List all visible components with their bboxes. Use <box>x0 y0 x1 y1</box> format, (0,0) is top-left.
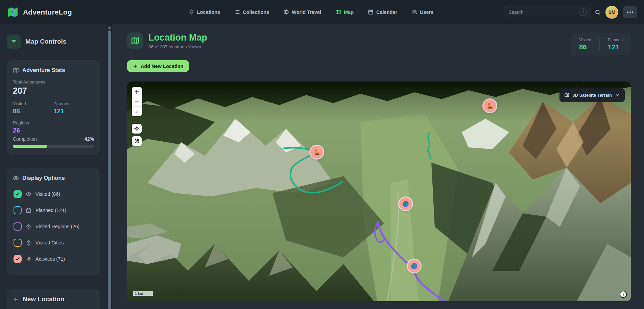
marker-layer <box>127 81 631 301</box>
planned-value: 121 <box>53 108 94 115</box>
search-input[interactable] <box>504 6 590 18</box>
nav-menu: Locations Collections World Travel Map C… <box>118 6 504 18</box>
earth-globe-icon <box>410 262 418 270</box>
more-menu-button[interactable] <box>623 6 637 18</box>
plus-icon <box>134 89 139 94</box>
page-subtitle: 86 of 207 locations shown <box>148 44 207 49</box>
badge-planned-value: 121 <box>608 43 623 51</box>
map-canvas[interactable]: 3D Satellite Terrain 1 km i <box>127 81 631 301</box>
nav-item-collections[interactable]: Collections <box>230 6 274 18</box>
map-marker-hiking[interactable] <box>483 99 496 112</box>
zoom-out-button[interactable] <box>132 97 142 106</box>
globe-icon <box>283 9 289 15</box>
sidebar-header: Map Controls <box>7 34 100 49</box>
adventure-stats-card: Adventure Stats Total Adventures 207 Vis… <box>7 60 100 154</box>
search-button[interactable] <box>595 9 601 15</box>
target-icon <box>26 224 31 230</box>
page-map-icon <box>127 32 143 49</box>
compass-pitch-button[interactable] <box>132 106 142 116</box>
display-option-row[interactable]: Visited (86) <box>13 187 94 201</box>
compass-icon <box>134 109 139 114</box>
nav-item-locations[interactable]: Locations <box>184 6 225 18</box>
sidebar-scrollbar[interactable] <box>107 24 112 309</box>
checkbox-visited-regions[interactable] <box>14 222 22 231</box>
checkbox-planned[interactable] <box>14 206 22 214</box>
checkbox-visited-cities[interactable] <box>14 239 22 247</box>
search-wrap: / <box>504 6 590 18</box>
checkbox-activities[interactable] <box>14 255 22 263</box>
navbar: AdventureLog Locations Collections World… <box>0 0 644 24</box>
map-icon <box>564 93 569 98</box>
zoom-in-button[interactable] <box>132 87 142 97</box>
runner-icon <box>26 256 31 262</box>
fullscreen-button[interactable] <box>132 136 142 146</box>
scroll-up-arrow[interactable] <box>108 26 111 29</box>
target-icon <box>26 240 31 246</box>
map-marker-globe[interactable] <box>399 197 412 210</box>
sidebar-title: Map Controls <box>25 38 66 45</box>
hiking-boot-icon <box>313 148 320 156</box>
nav-label: Collections <box>243 9 269 15</box>
map-zoom-controls <box>132 87 142 116</box>
check-icon <box>15 257 20 261</box>
add-new-location-button[interactable]: Add New Location <box>127 60 189 72</box>
minus-icon <box>134 99 139 104</box>
list-icon <box>234 9 240 15</box>
hiking-boot-icon <box>486 102 494 110</box>
plus-icon <box>13 296 19 302</box>
calendar-icon <box>26 208 31 213</box>
display-options-title: Display Options <box>13 175 94 181</box>
visited-value: 86 <box>13 108 53 115</box>
badge-visited-value: 86 <box>579 43 591 51</box>
display-option-row[interactable]: Planned (121) <box>13 204 94 217</box>
badge-visited-label: Visited <box>579 38 591 42</box>
filter-chip[interactable] <box>7 34 21 49</box>
chevron-down-icon <box>615 93 620 98</box>
fullscreen-icon <box>134 139 139 144</box>
users-icon <box>411 9 417 15</box>
map-scale: 1 km <box>133 291 153 296</box>
page-title: Location Map <box>148 32 207 43</box>
display-options-card: Display Options Visited (86) Planned (12… <box>7 168 100 275</box>
map-marker-hiking[interactable] <box>310 146 323 159</box>
nav-label: World Travel <box>292 9 321 15</box>
eye-icon <box>26 191 31 197</box>
completion-progress-fill <box>13 145 47 148</box>
locate-icon <box>134 126 139 131</box>
visited-label: Visited <box>13 101 53 106</box>
nav-item-users[interactable]: Users <box>407 6 438 18</box>
display-option-row[interactable]: Visited Regions (26) <box>13 220 94 233</box>
dots-icon <box>627 11 628 13</box>
nav-label: Map <box>344 9 354 15</box>
filter-icon <box>11 39 17 45</box>
map-icon <box>335 9 341 15</box>
nav-item-map[interactable]: Map <box>331 6 358 18</box>
display-option-row[interactable]: Visited Cities <box>13 236 94 249</box>
scrollbar-thumb[interactable] <box>108 30 111 309</box>
geolocate-button[interactable] <box>132 124 142 134</box>
map-marker-globe[interactable] <box>408 260 421 272</box>
stats-card-title: Adventure Stats <box>13 67 94 73</box>
main-header: Location Map 86 of 207 locations shown V… <box>127 32 631 55</box>
nav-item-world-travel[interactable]: World Travel <box>279 6 326 18</box>
avatar[interactable]: SM <box>605 6 618 19</box>
total-adventures-value: 207 <box>13 86 94 96</box>
total-adventures-label: Total Adventures <box>13 79 94 85</box>
nav-item-calendar[interactable]: Calendar <box>363 6 402 18</box>
pin-icon <box>189 9 194 15</box>
display-option-row[interactable]: Activities (71) <box>13 252 94 266</box>
checkbox-visited[interactable] <box>14 190 22 198</box>
sidebar: Map Controls Adventure Stats Total Adven… <box>0 24 107 309</box>
planned-label: Planned <box>53 101 94 106</box>
map-style-dropdown[interactable]: 3D Satellite Terrain <box>559 88 625 102</box>
new-location-card: New Location Click on the map to place a… <box>7 289 100 309</box>
attribution-info-button[interactable]: i <box>620 291 627 298</box>
earth-globe-icon <box>402 200 409 208</box>
brand[interactable]: AdventureLog <box>7 6 118 18</box>
completion-pct: 42% <box>85 136 94 142</box>
completion-label: Completion <box>13 136 37 142</box>
new-location-title: New Location <box>13 295 94 303</box>
completion-progressbar <box>13 145 94 148</box>
search-icon <box>595 9 601 15</box>
calendar-icon <box>368 9 374 15</box>
